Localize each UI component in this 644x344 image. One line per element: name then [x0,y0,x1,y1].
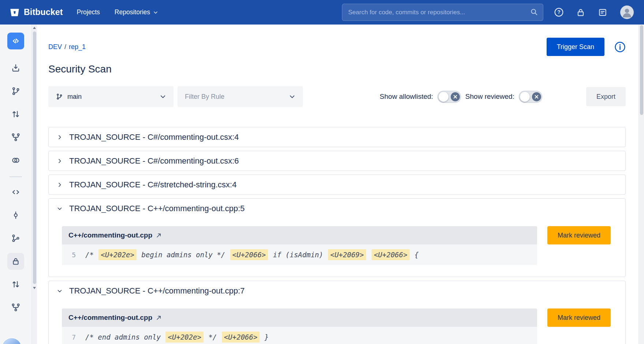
external-link-icon[interactable] [156,233,161,238]
finding-header[interactable]: TROJAN_SOURCE - C#/commenting-out.csx:4 [49,127,625,147]
finding-header[interactable]: TROJAN_SOURCE - C++/commenting-out.cpp:7 [49,281,625,300]
sidebar-scrollbar-thumb[interactable] [33,31,36,284]
brand-name: Bitbucket [24,7,63,17]
code-icon [11,187,21,197]
finding-title: TROJAN_SOURCE - C#/commenting-out.csx:4 [69,132,239,142]
show-reviewed-toggle[interactable] [519,91,542,103]
breadcrumb-separator: / [64,43,66,51]
chevron-right-icon [57,182,63,188]
user-avatar[interactable] [620,5,634,19]
finding-title: TROJAN_SOURCE - C++/commenting-out.cpp:7 [69,286,245,296]
search-input[interactable] [342,4,543,21]
external-link-icon[interactable] [156,315,161,321]
code-card: C++/commenting-out.cpp 5 /* <U+202e> beg… [62,226,537,265]
sidebar-item-pull-requests-2[interactable] [7,276,24,293]
findings-list: TROJAN_SOURCE - C#/commenting-out.csx:4 … [48,127,626,344]
branch-graph-icon [11,233,21,243]
x-icon [451,92,460,101]
trigger-scan-button[interactable]: Trigger Scan [547,38,604,56]
feedback-icon [598,8,607,17]
rule-filter-select[interactable]: Filter By Rule [178,86,303,107]
finding-header[interactable]: TROJAN_SOURCE - C#/commenting-out.csx:6 [49,151,625,171]
pull-request-icon [11,109,21,119]
branch-icon [11,86,21,96]
scroll-up-arrow[interactable] [32,25,37,31]
sidebar-item-repository[interactable] [7,33,24,49]
x-icon [532,92,541,101]
show-allowlisted-label: Show allowlisted: [380,93,433,101]
sidebar-item-branches[interactable] [7,83,24,100]
file-link[interactable]: C++/commenting-out.cpp [68,314,152,322]
toggle-knob [439,92,448,102]
line-number: 5 [68,251,76,259]
rule-filter-placeholder: Filter By Rule [185,93,284,101]
fork-icon [11,132,21,142]
finding-row: TROJAN_SOURCE - C#/commenting-out.csx:4 [48,127,626,147]
chevron-down-icon [160,93,166,100]
sidebar-items [0,25,31,344]
code-line: 5 /* <U+202e> begin admins only */ <U+20… [62,244,537,265]
nav-projects[interactable]: Projects [77,8,100,16]
page-scrollbar-thumb[interactable] [640,25,643,115]
finding-header[interactable]: TROJAN_SOURCE - C#/stretched-string.csx:… [49,175,625,194]
chevron-down-icon [289,93,295,100]
show-allowlisted-toggle[interactable] [438,91,461,103]
fork-icon [11,303,21,312]
file-link[interactable]: C++/commenting-out.cpp [68,231,152,239]
export-button[interactable]: Export [586,87,626,106]
page-scrollbar[interactable] [639,25,644,344]
breadcrumb-project-link[interactable]: DEV [48,43,62,51]
toggle-knob [520,92,530,102]
lock-button[interactable] [574,6,587,19]
page-title: Security Scan [48,63,626,75]
sidebar-item-compare[interactable] [7,152,24,169]
global-search [342,4,543,21]
nav-repositories[interactable]: Repositories [115,8,158,16]
clone-icon [11,63,21,73]
line-number: 7 [68,333,76,341]
sidebar-item-forks[interactable] [7,129,24,146]
scroll-down-arrow[interactable] [32,285,37,291]
feedback-button[interactable] [596,6,609,19]
sidebar-scrollbar[interactable] [31,25,37,344]
branch-select[interactable]: main [48,86,174,107]
info-icon[interactable] [614,41,626,53]
chevron-down-icon [57,288,63,294]
code-card-header: C++/commenting-out.cpp [62,309,537,327]
navbar-right: ? [342,4,634,21]
chevron-down-icon [57,206,63,212]
sidebar-item-clone[interactable] [7,60,24,76]
finding-row-expanded: TROJAN_SOURCE - C++/commenting-out.cpp:5… [48,198,626,277]
bitbucket-home-link[interactable]: Bitbucket [10,7,63,18]
code-text: /* end admins only <U+202e> */ <U+2066> … [85,332,269,343]
show-reviewed-label: Show reviewed: [465,93,514,101]
sidebar-item-branch-graph[interactable] [7,230,24,247]
sidebar-divider [10,176,22,177]
unicode-token: <U+2066> [372,249,410,260]
unicode-token: <U+202e> [98,249,137,260]
sidebar-item-commits[interactable] [7,207,24,224]
chevron-right-icon [57,158,63,164]
code-card-header: C++/commenting-out.cpp [62,226,537,244]
help-icon: ? [554,7,564,17]
top-navbar: Bitbucket Projects Repositories ? [0,0,644,25]
sidebar-item-pull-requests[interactable] [7,106,24,123]
compare-circles-icon [11,156,21,165]
help-button[interactable]: ? [552,6,565,19]
mark-reviewed-button[interactable]: Mark reviewed [547,309,611,327]
main-content: DEV / rep_1 Trigger Scan Security Scan m… [37,25,639,344]
caret-down-icon [153,10,158,15]
sidebar-item-fork-2[interactable] [7,299,24,316]
finding-header[interactable]: TROJAN_SOURCE - C++/commenting-out.cpp:5 [49,199,625,218]
main-menu: Projects Repositories [77,8,159,16]
code-window-icon [11,36,21,46]
lock-icon [11,257,21,266]
search-icon[interactable] [530,8,538,16]
branch-icon [56,93,63,100]
chevron-right-icon [57,134,63,140]
sidebar-item-source[interactable] [7,184,24,201]
mark-reviewed-button[interactable]: Mark reviewed [547,226,611,244]
breadcrumb-repo-link[interactable]: rep_1 [69,43,86,51]
pull-request-icon [11,280,21,289]
sidebar-item-security-scan[interactable] [7,253,24,270]
